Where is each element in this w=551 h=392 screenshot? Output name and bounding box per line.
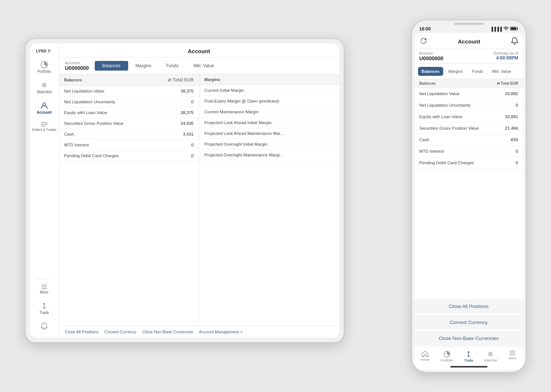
mobile-table-row: Securities Gross Position Value 21,466	[414, 123, 524, 134]
mobile-content: Balances ⇄ Total EUR Net Liquidation Val…	[414, 79, 524, 346]
mobile-refresh-icon[interactable]	[419, 37, 428, 46]
mobile-table-row: Equity with Loan Value 20,881	[414, 111, 524, 123]
svg-rect-14	[511, 27, 516, 30]
table-row: Post-Expiry Margin @ Open (predicted)	[199, 96, 339, 107]
table-row: Securities Gross Position Value 34,935	[59, 118, 199, 129]
mobile-home-indicator	[414, 365, 524, 370]
mobile-table-row: MTD Interest 0	[414, 146, 524, 157]
tablet-sidebar: LYNX Portfolio	[30, 43, 59, 338]
mobile-notch-area	[412, 20, 526, 26]
mobile-nav-watchlist[interactable]: Watchlist	[480, 349, 502, 364]
sidebar-divider	[37, 279, 52, 279]
mobile-table-row: Cash -659	[414, 134, 524, 146]
mobile-account-id: U0000000	[419, 55, 444, 61]
mobile-summary-label: Summary as of	[493, 51, 518, 55]
mobile-nav-more[interactable]: More	[502, 349, 524, 364]
table-row: Projected Look Ahead Initial Margin	[199, 117, 339, 128]
mobile-close-all-positions-button[interactable]: Close All Positions	[414, 299, 524, 314]
mobile-nav-trade[interactable]: Trade	[458, 349, 480, 364]
mobile-page-title: Account	[458, 38, 480, 45]
tablet-main-content: Account Account U0000000 Balances Margin…	[59, 43, 339, 338]
mobile-close-non-base-button[interactable]: Close Non-Base Currencies	[414, 331, 524, 346]
tablet-page-title: Account	[59, 43, 339, 58]
mobile-time: 16:00	[419, 26, 431, 32]
tablet-account-bar: Account U0000000 Balances Margins Funds …	[59, 58, 339, 74]
app-logo: LYNX	[36, 46, 52, 55]
convert-currency-link[interactable]: Convert Currency	[104, 330, 136, 334]
sidebar-item-account[interactable]: Account	[30, 98, 59, 118]
mobile-tab-balances[interactable]: Balances	[418, 67, 443, 76]
mobile-bell-icon[interactable]	[511, 37, 518, 46]
close-non-base-currencies-link[interactable]: Close Non-Base Currencies	[142, 330, 193, 334]
table-row: Net Liquidation Value 38,375	[59, 86, 199, 97]
svg-point-19	[490, 353, 491, 355]
mobile-status-icons: ▐▐▐▐	[490, 26, 518, 32]
sidebar-item-notifications[interactable]	[30, 318, 59, 335]
mobile-account-label: Account	[419, 51, 444, 55]
mobile-convert-currency-button[interactable]: Convert Currency	[414, 315, 524, 330]
table-row: Cash 3,431	[59, 129, 199, 140]
mobile-tab-funds[interactable]: Funds	[468, 67, 487, 76]
wifi-icon	[503, 26, 509, 32]
table-row: Pending Debit Card Charges 0	[59, 150, 199, 161]
tablet-balances-section: Balances ⇄ Total EUR Net Liquidation Val…	[59, 74, 200, 325]
table-row: Equity with Loan Value 38,375	[59, 107, 199, 118]
mobile-top-bar: Account	[414, 33, 524, 49]
mobile-table-row: Net Liquidation Value 20,882	[414, 88, 524, 100]
tablet-account-label: Account	[65, 61, 89, 65]
table-row: Projected Overnight Maintenance Margi...	[199, 150, 339, 161]
mobile-nav-home[interactable]: Home	[414, 349, 436, 364]
tablet-account-id: U0000000	[65, 65, 89, 71]
mobile-account-info: Account U0000000 Summary as of 4:00:00PM	[414, 49, 524, 64]
mobile-status-bar: 16:00 ▐▐▐▐	[412, 26, 526, 33]
mobile-tab-margins[interactable]: Margins	[445, 67, 467, 76]
sidebar-item-orders[interactable]: Orders & Trades	[30, 118, 59, 135]
mobile-section-header: Balances ⇄ Total EUR	[414, 79, 524, 88]
margins-section-header: Margins	[199, 74, 339, 85]
tablet-data-content: Balances ⇄ Total EUR Net Liquidation Val…	[59, 74, 339, 325]
mobile-notch	[454, 23, 484, 25]
svg-point-2	[43, 84, 45, 86]
sort-icon: ⇄ Total EUR	[168, 77, 194, 82]
signal-icon: ▐▐▐▐	[490, 27, 502, 31]
balances-section-header: Balances ⇄ Total EUR	[59, 74, 199, 86]
mobile-device: 16:00 ▐▐▐▐	[411, 20, 526, 373]
mobile-bottom-nav: Home Portfolio Trade	[414, 346, 524, 365]
close-all-positions-link[interactable]: Close All Positions	[65, 330, 99, 334]
mobile-screen: Account Account U0000000 Summary as of 4…	[414, 33, 524, 370]
mobile-nav-portfolio[interactable]: Portfolio	[436, 349, 458, 364]
mobile-tab-mkt-value[interactable]: Mkt. Value	[489, 67, 515, 76]
sidebar-item-watchlist[interactable]: Watchlist	[30, 77, 59, 98]
mobile-summary-time: 4:00:00PM	[493, 55, 518, 61]
tablet-device: LYNX Portfolio	[25, 38, 344, 343]
table-row: Net Liquidation Uncertainty 0	[59, 97, 199, 107]
table-row: Current Maintenance Margin	[199, 107, 339, 117]
sidebar-item-portfolio[interactable]: Portfolio	[30, 57, 59, 77]
tablet-margins-section: Margins Current Initial Margin Post-Expi…	[199, 74, 339, 325]
home-bar	[450, 366, 487, 367]
tablet-footer: Close All Positions Convert Currency Clo…	[59, 325, 339, 338]
table-row: Projected Overnight Initial Margin	[199, 139, 339, 150]
table-row: Projected Look Ahead Maintenance Mar...	[199, 128, 339, 139]
table-row: Current Initial Margin	[199, 85, 339, 96]
mobile-table-row: Net Liquidation Uncertainty 0	[414, 100, 524, 111]
tablet-tab-mkt-value[interactable]: Mkt. Value	[186, 61, 222, 71]
account-management-link[interactable]: Account Management	[199, 330, 243, 334]
mobile-table-row: Pending Debit Card Charges 0	[414, 157, 524, 169]
tablet-tab-funds[interactable]: Funds	[159, 61, 186, 71]
mobile-currency-sort: ⇄ Total EUR	[497, 81, 518, 85]
mobile-tabs: Balances Margins Funds Mkt. Value	[414, 64, 524, 79]
table-row: MTD Interest 0	[59, 140, 199, 150]
tablet-tabs: Balances Margins Funds Mkt. Value	[95, 61, 221, 71]
tablet-tab-margins[interactable]: Margins	[128, 61, 159, 71]
svg-rect-13	[517, 28, 518, 29]
sidebar-item-more[interactable]: More	[30, 281, 59, 298]
sidebar-item-trade[interactable]: Trade	[30, 298, 59, 318]
battery-icon	[510, 26, 518, 32]
tablet-tab-balances[interactable]: Balances	[95, 61, 128, 71]
